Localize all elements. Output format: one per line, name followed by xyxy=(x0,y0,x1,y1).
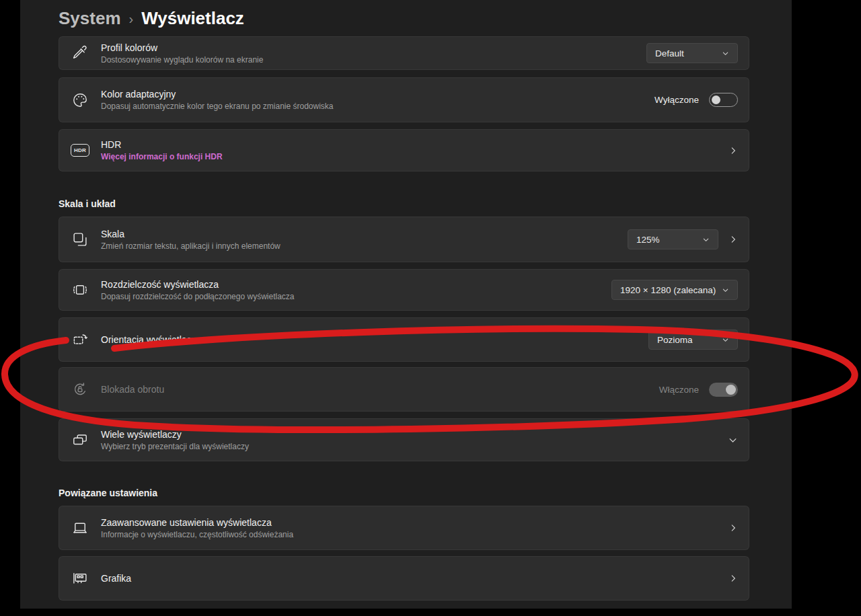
row-graphics[interactable]: Grafika xyxy=(59,556,749,601)
row-title: Zaawansowane ustawienia wyświetlacza xyxy=(101,517,293,528)
color-profile-dropdown[interactable]: Default xyxy=(646,43,738,63)
multiple-displays-icon xyxy=(70,431,90,449)
row-adaptive-color: Kolor adaptacyjny Dopasuj automatycznie … xyxy=(59,77,749,122)
dropdown-value: Pozioma xyxy=(657,335,693,345)
row-multiple-displays[interactable]: Wiele wyświetlaczy Wybierz tryb prezenta… xyxy=(59,418,749,461)
chevron-right-icon xyxy=(728,235,738,244)
eyedropper-icon xyxy=(70,44,90,62)
breadcrumb: System › Wyświetlacz xyxy=(59,8,244,29)
row-rotation-lock: Blokada obrotu Włączone xyxy=(59,367,749,412)
chevron-right-icon xyxy=(728,574,738,583)
row-title: Wiele wyświetlaczy xyxy=(101,429,249,440)
row-title: Orientacja wyświetlacza xyxy=(101,334,201,345)
chevron-right-icon xyxy=(728,146,738,155)
chevron-down-icon xyxy=(722,286,729,294)
chevron-right-icon xyxy=(728,523,738,533)
row-subtitle: Wybierz tryb prezentacji dla wyświetlacz… xyxy=(101,442,249,451)
section-scale-layout: Skala i układ xyxy=(59,198,116,209)
row-subtitle: Dopasuj automatycznie kolor tego ekranu … xyxy=(101,102,334,111)
resolution-dropdown[interactable]: 1920 × 1280 (zalecana) xyxy=(611,280,738,300)
row-scale[interactable]: Skala Zmień rozmiar tekstu, aplikacji i … xyxy=(59,217,749,262)
row-resolution: Rozdzielczość wyświetlacza Dopasuj rozdz… xyxy=(59,269,749,311)
rotation-lock-icon xyxy=(70,381,90,398)
adaptive-color-toggle[interactable] xyxy=(709,93,738,107)
chevron-down-icon xyxy=(722,336,729,344)
dropdown-value: Default xyxy=(655,48,684,59)
row-subtitle: Dostosowywanie wyglądu kolorów na ekrani… xyxy=(101,55,263,65)
breadcrumb-separator-icon: › xyxy=(129,11,134,27)
row-title: Kolor adaptacyjny xyxy=(101,89,334,100)
chevron-down-icon xyxy=(702,236,710,243)
row-color-profile: Profil kolorów Dostosowywanie wyglądu ko… xyxy=(59,36,749,70)
page-title: Wyświetlacz xyxy=(141,8,244,29)
row-title: Skala xyxy=(101,229,280,239)
chevron-down-icon xyxy=(722,50,729,57)
row-subtitle: Informacje o wyświetlaczu, częstotliwość… xyxy=(101,530,293,539)
graphics-card-icon xyxy=(70,570,90,587)
row-subtitle: Zmień rozmiar tekstu, aplikacji i innych… xyxy=(101,241,280,251)
row-title: HDR xyxy=(101,139,223,150)
resolution-icon xyxy=(70,281,90,299)
section-related-settings: Powiązane ustawienia xyxy=(59,488,157,498)
row-hdr[interactable]: HDR HDR Więcej informacji o funkcji HDR xyxy=(59,129,749,171)
orientation-dropdown[interactable]: Pozioma xyxy=(648,330,738,350)
palette-icon xyxy=(70,91,90,109)
chevron-down-icon xyxy=(728,435,738,445)
display-icon xyxy=(70,519,90,537)
rotation-lock-toggle xyxy=(709,383,738,397)
screenshot-canvas: System › Wyświetlacz Profil kolorów Dost… xyxy=(0,0,861,616)
breadcrumb-system[interactable]: System xyxy=(59,8,121,29)
settings-window: System › Wyświetlacz Profil kolorów Dost… xyxy=(20,0,792,609)
toggle-state-label: Włączone xyxy=(659,385,699,395)
toggle-state-label: Wyłączone xyxy=(654,95,699,105)
row-subtitle: Dopasuj rozdzielczość do podłączonego wy… xyxy=(101,292,294,301)
dropdown-value: 1920 × 1280 (zalecana) xyxy=(620,285,716,295)
row-title: Grafika xyxy=(101,573,131,584)
hdr-info-link[interactable]: Więcej informacji o funkcji HDR xyxy=(101,152,223,161)
row-title: Rozdzielczość wyświetlacza xyxy=(101,279,294,290)
dropdown-value: 125% xyxy=(636,235,660,245)
row-title: Profil kolorów xyxy=(101,42,263,53)
screen-rotate-icon xyxy=(70,331,90,348)
row-orientation: Orientacja wyświetlacza Pozioma xyxy=(59,317,749,362)
scale-dropdown[interactable]: 125% xyxy=(628,229,718,249)
row-title: Blokada obrotu xyxy=(101,384,164,395)
scale-icon xyxy=(70,231,90,248)
hdr-icon: HDR xyxy=(70,144,90,157)
row-advanced-display[interactable]: Zaawansowane ustawienia wyświetlacza Inf… xyxy=(59,506,749,550)
